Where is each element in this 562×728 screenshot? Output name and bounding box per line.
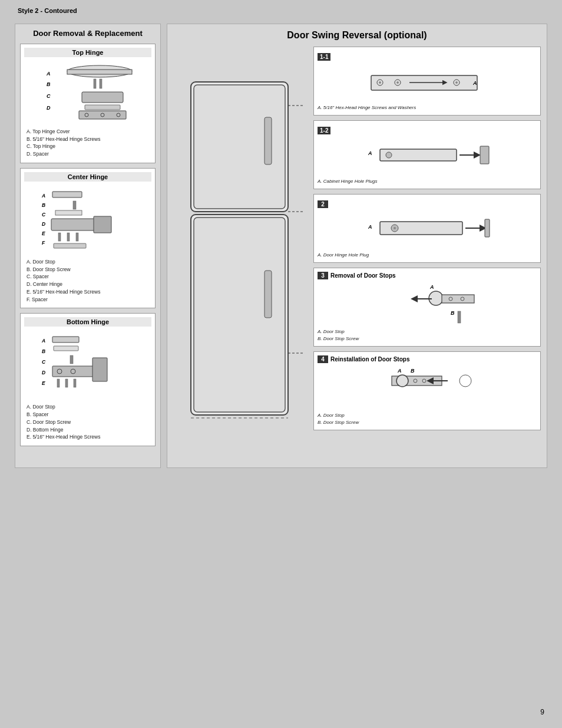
step-2-number: 2	[318, 200, 328, 208]
svg-text:A: A	[429, 284, 434, 290]
step-3-diagram: A	[318, 282, 537, 326]
bottom-hinge-title: Bottom Hinge	[24, 317, 151, 327]
svg-point-60	[455, 81, 458, 84]
svg-rect-7	[82, 92, 123, 103]
svg-text:C: C	[47, 93, 51, 99]
left-panel-title: Door Removal & Replacement	[20, 29, 156, 39]
center-hinge-title: Center Hinge	[24, 172, 151, 182]
svg-rect-49	[265, 271, 272, 318]
step-4-box: 4 Reinstallation of Door Stops A B	[313, 351, 541, 430]
svg-rect-20	[52, 192, 82, 197]
center-hinge-labels: A. Door Stop B. Door Stop Screw C. Space…	[24, 257, 151, 305]
center-hinge-diagram: A B C D E F	[24, 184, 151, 255]
style-label: Style 2 - Contoured	[18, 7, 77, 14]
step-4-number: 4	[318, 355, 328, 363]
svg-rect-25	[58, 233, 61, 241]
top-hinge-labels: A. Top Hinge Cover B. 5/16" Hex-Head Hin…	[24, 127, 151, 159]
svg-rect-24	[94, 216, 111, 233]
svg-text:F: F	[42, 240, 45, 246]
step-4-labels: A. Door Stop B. Door Stop Screw	[318, 412, 537, 426]
step-2-diagram: A	[318, 211, 537, 249]
svg-text:D: D	[47, 105, 51, 111]
svg-rect-28	[54, 243, 86, 248]
svg-text:B: B	[42, 348, 45, 354]
left-panel: Door Removal & Replacement Top Hinge A B	[15, 24, 161, 468]
svg-text:A: A	[397, 368, 402, 374]
svg-text:A: A	[41, 338, 45, 344]
step-2-box: 2 A	[313, 194, 541, 263]
svg-rect-35	[54, 346, 78, 351]
svg-rect-43	[74, 379, 76, 387]
svg-rect-23	[51, 219, 98, 230]
svg-text:D: D	[42, 221, 45, 227]
step-1-2-box: 1-2 A	[313, 120, 541, 189]
svg-text:B: B	[411, 368, 415, 374]
step-1-2-label: A. Cabinet Hinge Hole Plugs	[318, 178, 537, 185]
top-hinge-diagram: A B C D	[24, 60, 151, 124]
step-1-1-box: 1-1 A	[313, 47, 541, 116]
bottom-hinge-labels: A. Door Stop B. Spacer C. Door Stop Scre…	[24, 402, 151, 442]
svg-text:B: B	[42, 202, 45, 208]
svg-text:A: A	[472, 80, 477, 86]
center-hinge-box: Center Hinge A B C D E F	[20, 168, 156, 309]
step-3-number: 3	[318, 272, 328, 279]
svg-text:E: E	[42, 230, 45, 236]
top-hinge-box: Top Hinge A B C	[20, 44, 156, 163]
svg-text:D: D	[42, 370, 45, 375]
svg-text:A: A	[41, 193, 45, 199]
svg-point-58	[396, 81, 399, 84]
bottom-hinge-diagram: A B C D E	[24, 329, 151, 400]
svg-point-65	[386, 152, 392, 158]
svg-rect-67	[480, 146, 489, 164]
step-1-2-number: 1-2	[318, 127, 330, 134]
top-hinge-title: Top Hinge	[24, 48, 151, 57]
svg-rect-81	[458, 311, 461, 323]
step-1-2-diagram: A	[318, 137, 537, 176]
page-number: 9	[540, 708, 544, 716]
svg-rect-4	[94, 79, 96, 88]
step-1-1-diagram: A	[318, 64, 537, 102]
svg-rect-34	[52, 337, 79, 342]
svg-rect-22	[55, 210, 82, 215]
svg-rect-38	[92, 358, 107, 381]
svg-text:E: E	[42, 380, 45, 386]
svg-point-71	[394, 227, 396, 229]
step-3-labels: A. Door Stop B. Door Stop Screw	[318, 328, 537, 342]
step-1-1-label: A. 5/16" Hex-Head Hinge Screws and Washe…	[318, 104, 537, 111]
right-panel-title: Door Swing Reversal (optional)	[173, 30, 541, 41]
svg-text:A: A	[368, 150, 372, 156]
step-3-box: 3 Removal of Door Stops A	[313, 268, 541, 347]
svg-rect-2	[67, 70, 132, 74]
svg-rect-9	[85, 105, 120, 110]
bottom-hinge-box: Bottom Hinge A B C D E	[20, 313, 156, 446]
svg-text:C: C	[42, 212, 46, 218]
svg-text:B: B	[47, 81, 51, 87]
svg-rect-73	[485, 219, 490, 237]
svg-rect-21	[73, 201, 76, 209]
svg-point-89	[459, 375, 471, 387]
step-4-diagram: A B	[318, 365, 537, 410]
step-2-label: A. Door Hinge Hole Plug	[318, 252, 537, 259]
svg-rect-10	[79, 111, 126, 119]
svg-text:B: B	[451, 310, 455, 316]
svg-text:A: A	[368, 224, 372, 230]
svg-point-85	[396, 375, 408, 387]
svg-rect-41	[57, 379, 59, 387]
step-3-title: Removal of Door Stops	[330, 272, 396, 279]
right-panel: Door Swing Reversal (optional)	[167, 24, 547, 468]
svg-rect-26	[67, 233, 70, 241]
svg-point-56	[379, 81, 381, 84]
svg-rect-5	[100, 79, 102, 88]
step-4-title: Reinstallation of Door Stops	[330, 356, 409, 363]
step-1-1-number: 1-1	[318, 53, 330, 61]
svg-rect-42	[65, 379, 68, 387]
svg-rect-46	[265, 117, 272, 164]
svg-rect-76	[442, 295, 474, 303]
svg-text:C: C	[42, 359, 46, 365]
svg-text:A: A	[46, 71, 51, 77]
svg-rect-36	[70, 355, 73, 364]
fridge-diagram	[173, 47, 309, 462]
svg-rect-27	[76, 233, 78, 241]
